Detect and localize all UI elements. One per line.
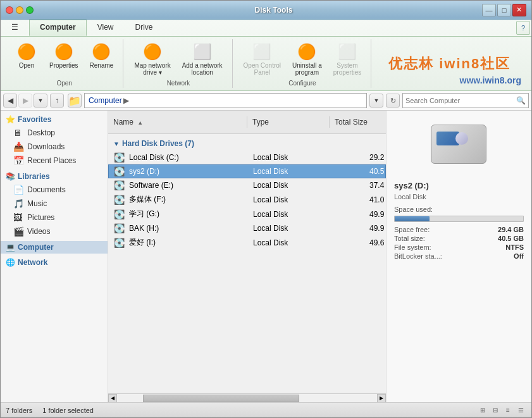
search-box[interactable]: 🔍 [402,93,529,108]
maximize-dot[interactable] [26,6,34,14]
col-type-g: Local Disk [253,210,335,219]
uninstall-program-icon: 🟠 [297,42,317,62]
h-scroll-thumb[interactable] [143,395,299,402]
sidebar-section-libraries-header[interactable]: 📚 Libraries [1,170,108,183]
ribbon-group-configure: ⬜ Open Control Panel 🟠 Uninstall a progr… [234,39,372,88]
file-system-row: File system: NTFS [394,243,524,251]
sidebar-section-network-header[interactable]: 🌐 Network [1,256,108,269]
folder-count: 7 folders [6,407,32,414]
sidebar-section-libraries: 📚 Libraries 📄 Documents 🎵 Music 🖼 Pictur… [1,170,108,238]
tab-menu[interactable]: ☰ [1,20,29,36]
refresh-button[interactable]: ↻ [386,94,400,108]
window-controls: — □ ✕ [482,4,526,16]
back-button[interactable]: ◀ [3,94,17,108]
rename-button[interactable]: 🟠 Rename [85,39,118,71]
col-header-total-size[interactable]: Total Size [330,116,386,128]
ribbon-group-network-items: 🟠 Map network drive ▾ ⬜ Add a network lo… [130,39,226,78]
tab-view[interactable]: View [87,20,125,36]
sidebar-item-pictures[interactable]: 🖼 Pictures [1,211,108,224]
section-expand-icon: ▼ [113,140,120,147]
add-network-location-icon: ⬜ [192,42,213,62]
recent-button[interactable]: ▼ [34,94,47,108]
address-bar[interactable]: Computer ▶ [84,93,367,108]
sidebar-section-computer-header[interactable]: 💻 Computer [1,241,108,254]
close-button[interactable]: ✕ [512,4,526,16]
music-label: Music [27,199,47,208]
file-list: ▼ Hard Disk Drives (7) 💽 Local Disk (C:)… [108,134,386,393]
crumb-computer[interactable]: Computer [89,96,122,105]
file-row-d[interactable]: 💽 sys2 (D:) Local Disk 40.5 GB [108,164,386,178]
window-dots [6,6,34,14]
h-scroll-right-button[interactable]: ▶ [377,394,386,403]
address-dropdown-button[interactable]: ▼ [369,94,383,108]
favorites-label: Favorites [18,115,51,124]
desktop-label: Desktop [27,128,55,137]
sidebar-item-recent-places[interactable]: 📅 Recent Places [1,154,108,168]
space-free-value: 29.4 GB [498,226,524,233]
sidebar-section-favorites-header[interactable]: ⭐ Favorites [1,113,108,126]
space-used-label: Space used: [394,206,433,213]
desktop-icon: 🖥 [13,128,23,138]
drive-info: sys2 (D:) Local Disk Space used: Space f… [394,181,524,261]
pictures-label: Pictures [27,213,54,222]
sidebar-item-music[interactable]: 🎵 Music [1,197,108,211]
forward-button[interactable]: ▶ [18,94,32,108]
restore-button[interactable]: □ [497,4,511,16]
total-size-value: 40.5 GB [498,235,524,242]
search-input[interactable] [405,97,516,104]
hard-disk-drives-section[interactable]: ▼ Hard Disk Drives (7) [108,137,386,151]
sidebar-item-videos[interactable]: 🎬 Videos [1,224,108,238]
file-name-g: 学习 (G:) [129,209,159,219]
h-scrollbar[interactable]: ◀ ▶ [108,393,386,402]
help-button[interactable]: ? [516,21,530,35]
minimize-button[interactable]: — [482,4,496,16]
file-row-g[interactable]: 💽 学习 (G:) Local Disk 49.9 GB [108,207,386,221]
col-size-g: 49.9 GB [335,210,386,219]
uninstall-program-button[interactable]: 🟠 Uninstall a program [288,39,326,78]
col-header-type[interactable]: Type [247,116,330,128]
tab-computer[interactable]: Computer [29,20,87,36]
space-free-row: Space free: 29.4 GB [394,226,524,233]
h-scroll-left-button[interactable]: ◀ [108,394,117,403]
selected-count: 1 folder selected [42,407,94,414]
minimize-dot[interactable] [16,6,23,14]
sidebar-item-downloads[interactable]: 📥 Downloads [1,140,108,154]
main-content: ⭐ Favorites 🖥 Desktop 📥 Downloads 📅 Rece… [1,111,531,402]
map-network-drive-button[interactable]: 🟠 Map network drive ▾ [130,39,175,78]
open-control-panel-button: ⬜ Open Control Panel [239,39,285,78]
file-row-c[interactable]: 💽 Local Disk (C:) Local Disk 29.2 GB [108,151,386,164]
star-icon: ⭐ [6,115,15,124]
statusbar-right: ⊞ ⊟ ≡ ☰ [477,405,526,416]
ribbon-content: 🟠 Open 🟠 Properties 🟠 Rename Open [1,37,531,90]
rename-icon: 🟠 [91,42,111,62]
total-size-row: Total size: 40.5 GB [394,235,524,242]
address-icon-button[interactable]: 📁 [68,94,82,108]
add-network-location-button[interactable]: ⬜ Add a network location [178,39,227,78]
col-header-name[interactable]: Name ▲ [108,116,247,128]
view-details-button[interactable]: ☰ [515,405,526,416]
view-list-button[interactable]: ≡ [502,405,514,416]
view-large-icons-button[interactable]: ⊞ [477,405,488,416]
h-scroll-track[interactable] [117,395,377,402]
col-type-h: Local Disk [253,224,335,233]
sidebar-section-computer: 💻 Computer [1,241,108,254]
properties-button[interactable]: 🟠 Properties [45,39,83,71]
close-dot[interactable] [6,6,13,14]
statusbar-left: 7 folders 1 folder selected [6,407,94,414]
uninstall-program-label: Uninstall a program [292,62,322,76]
file-row-h[interactable]: 💽 BAK (H:) Local Disk 49.9 GB [108,221,386,235]
add-network-location-label: Add a network location [182,62,223,76]
disk-icon-c: 💽 [114,152,125,163]
pictures-icon: 🖼 [13,212,23,223]
sidebar-item-documents[interactable]: 📄 Documents [1,183,108,197]
computer-icon: 💻 [6,243,15,252]
sidebar-item-desktop[interactable]: 🖥 Desktop [1,126,108,140]
file-row-f[interactable]: 💽 多媒体 (F:) Local Disk 41.0 GB [108,192,386,207]
view-medium-icons-button[interactable]: ⊟ [490,405,501,416]
file-row-i[interactable]: 💽 爱好 (I:) Local Disk 49.6 GB [108,235,386,250]
up-button[interactable]: ↑ [50,94,64,108]
open-button[interactable]: 🟠 Open [11,39,42,71]
tab-drive[interactable]: Drive [124,20,163,36]
file-row-e[interactable]: 💽 Software (E:) Local Disk 37.4 GB [108,178,386,192]
sort-arrow-name: ▲ [137,120,143,126]
